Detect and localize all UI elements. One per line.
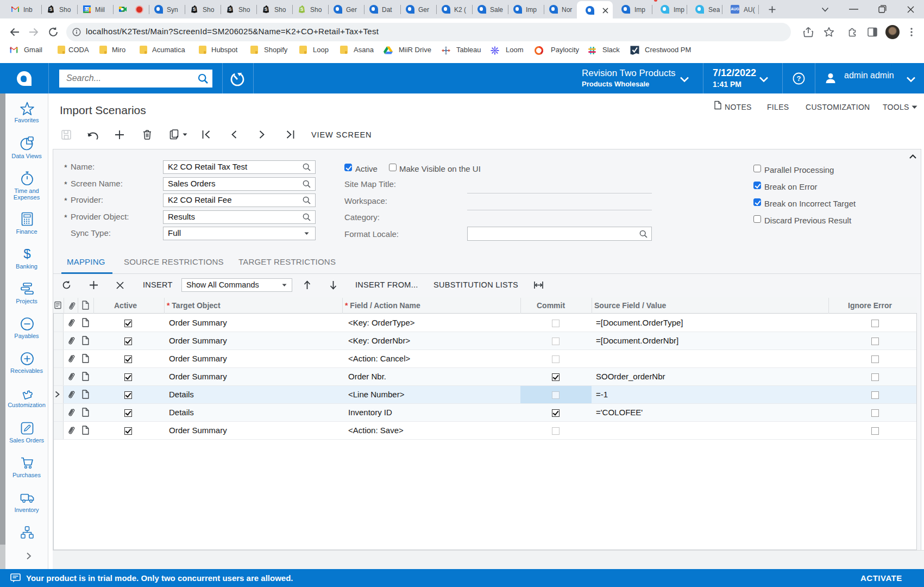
svg-text:S: S xyxy=(300,7,304,12)
svg-text:S: S xyxy=(265,7,268,12)
svg-text:S: S xyxy=(193,7,196,12)
svg-text:12: 12 xyxy=(84,7,89,12)
svg-text:S: S xyxy=(49,7,53,12)
svg-text:?: ? xyxy=(797,74,801,83)
svg-text:$: $ xyxy=(23,246,30,261)
svg-text:S: S xyxy=(229,7,232,12)
